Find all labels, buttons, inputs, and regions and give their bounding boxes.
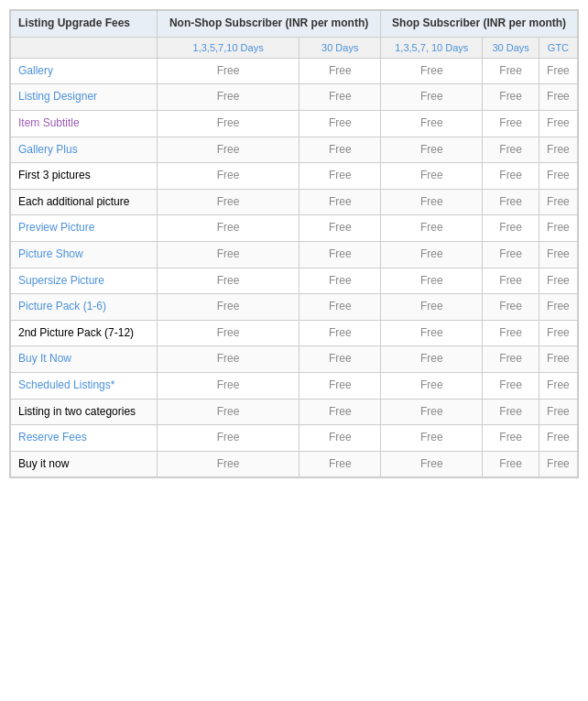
value-cell: Free [539, 163, 577, 190]
value-cell: Free [381, 346, 483, 373]
value-cell: Free [381, 84, 483, 111]
value-cell: Free [381, 425, 483, 452]
subheader-feature [11, 37, 158, 58]
subheader-shop-gtc: GTC [539, 37, 577, 58]
value-cell: Free [299, 268, 381, 294]
value-cell: Free [539, 137, 577, 163]
value-cell: Free [539, 451, 577, 477]
feature-cell: First 3 pictures [11, 163, 158, 190]
value-cell: Free [381, 163, 483, 190]
value-cell: Free [158, 163, 299, 190]
value-cell: Free [158, 84, 299, 111]
value-cell: Free [158, 294, 299, 321]
value-cell: Free [539, 242, 577, 268]
value-cell: Free [539, 268, 577, 294]
feature-link[interactable]: Preview Picture [18, 221, 94, 234]
value-cell: Free [158, 215, 299, 242]
table-row: Item SubtitleFreeFreeFreeFreeFree [11, 111, 578, 137]
value-cell: Free [381, 451, 483, 477]
feature-cell[interactable]: Buy It Now [11, 346, 158, 373]
value-cell: Free [483, 189, 539, 215]
feature-cell[interactable]: Reserve Fees [11, 425, 158, 452]
value-cell: Free [381, 294, 483, 321]
value-cell: Free [299, 320, 381, 346]
table-row: Reserve FeesFreeFreeFreeFreeFree [11, 425, 578, 452]
feature-cell[interactable]: Scheduled Listings* [11, 373, 158, 400]
value-cell: Free [483, 346, 539, 373]
value-cell: Free [299, 84, 381, 111]
table-row: Listing in two categoriesFreeFreeFreeFre… [11, 399, 578, 425]
value-cell: Free [381, 242, 483, 268]
value-cell: Free [539, 399, 577, 425]
table-row: First 3 picturesFreeFreeFreeFreeFree [11, 163, 578, 190]
feature-link[interactable]: Buy It Now [18, 352, 71, 365]
value-cell: Free [381, 268, 483, 294]
feature-link[interactable]: Listing Designer [18, 90, 97, 103]
subheader-non-shop-days1: 1,3,5,7,10 Days [158, 37, 299, 58]
value-cell: Free [299, 373, 381, 400]
feature-link[interactable]: Supersize Picture [18, 274, 104, 287]
feature-cell[interactable]: Picture Pack (1-6) [11, 294, 158, 321]
feature-cell[interactable]: Picture Show [11, 242, 158, 268]
feature-cell[interactable]: Item Subtitle [11, 111, 158, 137]
feature-link[interactable]: Scheduled Listings* [18, 378, 114, 391]
pricing-table: Listing Upgrade Fees Non-Shop Subscriber… [9, 9, 579, 478]
table-row: Gallery PlusFreeFreeFreeFreeFree [11, 137, 578, 163]
feature-link[interactable]: Gallery [18, 64, 53, 77]
value-cell: Free [483, 58, 539, 84]
feature-cell[interactable]: Listing Designer [11, 84, 158, 111]
feature-cell: Buy it now [11, 451, 158, 477]
value-cell: Free [483, 111, 539, 137]
value-cell: Free [299, 137, 381, 163]
value-cell: Free [158, 242, 299, 268]
value-cell: Free [158, 320, 299, 346]
value-cell: Free [483, 163, 539, 190]
value-cell: Free [299, 111, 381, 137]
feature-link[interactable]: Picture Pack (1-6) [18, 300, 106, 312]
feature-link[interactable]: Picture Show [18, 247, 83, 260]
table-row: Each additional pictureFreeFreeFreeFreeF… [11, 189, 578, 215]
feature-link[interactable]: Gallery Plus [18, 143, 78, 156]
value-cell: Free [381, 111, 483, 137]
feature-link[interactable]: Reserve Fees [18, 431, 87, 444]
feature-link[interactable]: Item Subtitle [18, 116, 80, 129]
value-cell: Free [483, 84, 539, 111]
value-cell: Free [483, 215, 539, 242]
value-cell: Free [158, 111, 299, 137]
value-cell: Free [158, 268, 299, 294]
value-cell: Free [158, 373, 299, 400]
value-cell: Free [539, 346, 577, 373]
table-row: Preview PictureFreeFreeFreeFreeFree [11, 215, 578, 242]
value-cell: Free [483, 137, 539, 163]
col-header-shop: Shop Subscriber (INR per month) [381, 11, 578, 38]
feature-cell[interactable]: Preview Picture [11, 215, 158, 242]
value-cell: Free [539, 84, 577, 111]
value-cell: Free [483, 425, 539, 452]
value-cell: Free [539, 111, 577, 137]
value-cell: Free [539, 373, 577, 400]
value-cell: Free [483, 242, 539, 268]
feature-cell: Each additional picture [11, 189, 158, 215]
value-cell: Free [483, 451, 539, 477]
value-cell: Free [381, 373, 483, 400]
col-header-non-shop: Non-Shop Subscriber (INR per month) [158, 11, 381, 38]
value-cell: Free [539, 58, 577, 84]
subheader-non-shop-days30: 30 Days [299, 37, 381, 58]
value-cell: Free [299, 189, 381, 215]
value-cell: Free [158, 425, 299, 452]
feature-cell[interactable]: Gallery Plus [11, 137, 158, 163]
table-row: Supersize PictureFreeFreeFreeFreeFree [11, 268, 578, 294]
value-cell: Free [539, 215, 577, 242]
feature-cell[interactable]: Supersize Picture [11, 268, 158, 294]
value-cell: Free [299, 425, 381, 452]
value-cell: Free [299, 399, 381, 425]
value-cell: Free [158, 189, 299, 215]
value-cell: Free [539, 320, 577, 346]
value-cell: Free [158, 346, 299, 373]
value-cell: Free [299, 215, 381, 242]
subheader-shop-days1: 1,3,5,7, 10 Days [381, 37, 483, 58]
value-cell: Free [158, 58, 299, 84]
feature-cell[interactable]: Gallery [11, 58, 158, 84]
value-cell: Free [299, 346, 381, 373]
value-cell: Free [299, 294, 381, 321]
